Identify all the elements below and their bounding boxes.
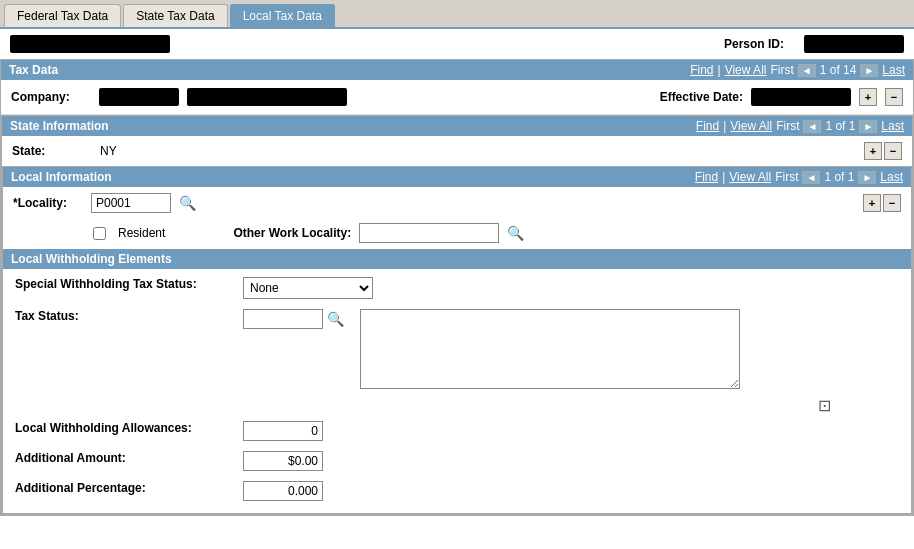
additional-pct-row: Additional Percentage: <box>3 476 911 513</box>
allowances-label: Local Withholding Allowances: <box>15 421 235 435</box>
expand-icon[interactable]: ⊡ <box>818 396 831 415</box>
company-name-redacted <box>187 88 347 106</box>
tax-data-view-all[interactable]: View All <box>725 63 767 77</box>
company-add-btn[interactable]: + <box>859 88 877 106</box>
tab-state[interactable]: State Tax Data <box>123 4 228 27</box>
state-info-header: State Information Find | View All First … <box>2 116 912 136</box>
tax-status-lookup-icon[interactable]: 🔍 <box>327 311 344 327</box>
person-id-redacted <box>804 35 904 53</box>
state-remove-btn[interactable]: − <box>884 142 902 160</box>
local-info-header: Local Information Find | View All First … <box>3 167 911 187</box>
state-prev[interactable]: ◄ <box>803 120 821 133</box>
resident-label: Resident <box>118 226 165 240</box>
tax-data-box: Tax Data Find | View All First ◄ 1 of 14… <box>0 59 914 516</box>
locality-input[interactable] <box>91 193 171 213</box>
tax-data-prev[interactable]: ◄ <box>798 64 816 77</box>
resident-row: Resident Other Work Locality: 🔍 <box>3 219 911 249</box>
tax-data-next[interactable]: ► <box>860 64 878 77</box>
state-view-all[interactable]: View All <box>730 119 772 133</box>
expand-row: ⊡ <box>3 394 911 415</box>
local-of: 1 of 1 <box>824 170 854 184</box>
local-find[interactable]: Find <box>695 170 718 184</box>
local-next[interactable]: ► <box>858 171 876 184</box>
person-header: Person ID: <box>0 29 914 59</box>
tax-data-of: 1 of 14 <box>820 63 857 77</box>
state-row: State: NY + − <box>2 136 912 166</box>
additional-pct-label: Additional Percentage: <box>15 481 235 495</box>
local-info-nav: Find | View All First ◄ 1 of 1 ► Last <box>695 170 903 184</box>
local-view-all[interactable]: View All <box>729 170 771 184</box>
withholding-header: Local Withholding Elements <box>3 249 911 269</box>
tax-status-row: Tax Status: 🔍 <box>3 304 911 394</box>
state-next[interactable]: ► <box>859 120 877 133</box>
tax-data-title: Tax Data <box>9 63 58 77</box>
allowances-input[interactable] <box>243 421 323 441</box>
tax-status-textarea[interactable] <box>360 309 740 389</box>
special-status-label: Special Withholding Tax Status: <box>15 277 235 291</box>
state-info-title: State Information <box>10 119 109 133</box>
withholding-box: Local Withholding Elements Special Withh… <box>3 249 911 513</box>
state-of: 1 of 1 <box>825 119 855 133</box>
state-info-nav: Find | View All First ◄ 1 of 1 ► Last <box>696 119 904 133</box>
person-id-label: Person ID: <box>724 37 784 51</box>
locality-lookup-icon[interactable]: 🔍 <box>179 195 196 211</box>
state-label: State: <box>12 144 92 158</box>
tax-data-find[interactable]: Find <box>690 63 713 77</box>
additional-pct-input[interactable] <box>243 481 323 501</box>
locality-row: *Locality: 🔍 + − <box>3 187 911 219</box>
local-last[interactable]: Last <box>880 170 903 184</box>
local-info-box: Local Information Find | View All First … <box>2 166 912 514</box>
company-label: Company: <box>11 90 91 104</box>
tax-status-label: Tax Status: <box>15 309 235 323</box>
allowances-row: Local Withholding Allowances: <box>3 415 911 446</box>
tax-data-nav: Find | View All First ◄ 1 of 14 ► Last <box>690 63 905 77</box>
other-work-locality-label: Other Work Locality: <box>233 226 351 240</box>
resident-checkbox[interactable] <box>93 227 106 240</box>
locality-label: *Locality: <box>13 196 83 210</box>
additional-amount-input[interactable] <box>243 451 323 471</box>
company-row: Company: Effective Date: + − <box>1 80 913 115</box>
tab-local[interactable]: Local Tax Data <box>230 4 335 27</box>
special-status-row: Special Withholding Tax Status: None Exe… <box>3 269 911 304</box>
person-name-redacted <box>10 35 170 53</box>
tax-data-header: Tax Data Find | View All First ◄ 1 of 14… <box>1 60 913 80</box>
locality-add-btn[interactable]: + <box>863 194 881 212</box>
effective-date-label: Effective Date: <box>660 90 743 104</box>
local-info-title: Local Information <box>11 170 112 184</box>
state-value: NY <box>100 144 117 158</box>
state-info-box: State Information Find | View All First … <box>1 115 913 515</box>
withholding-title: Local Withholding Elements <box>11 252 172 266</box>
state-add-btn[interactable]: + <box>864 142 882 160</box>
state-find[interactable]: Find <box>696 119 719 133</box>
tab-federal[interactable]: Federal Tax Data <box>4 4 121 27</box>
other-work-locality-input[interactable] <box>359 223 499 243</box>
tab-bar: Federal Tax Data State Tax Data Local Ta… <box>0 0 914 29</box>
state-last[interactable]: Last <box>881 119 904 133</box>
locality-remove-btn[interactable]: − <box>883 194 901 212</box>
effective-date-redacted <box>751 88 851 106</box>
company-remove-btn[interactable]: − <box>885 88 903 106</box>
additional-amount-row: Additional Amount: <box>3 446 911 476</box>
tax-status-input[interactable] <box>243 309 323 329</box>
additional-amount-label: Additional Amount: <box>15 451 235 465</box>
company-code-redacted <box>99 88 179 106</box>
special-status-select[interactable]: None Exempt Non-Resident Alien <box>243 277 373 299</box>
other-work-locality-lookup-icon[interactable]: 🔍 <box>507 225 524 241</box>
tax-data-last[interactable]: Last <box>882 63 905 77</box>
local-prev[interactable]: ◄ <box>802 171 820 184</box>
